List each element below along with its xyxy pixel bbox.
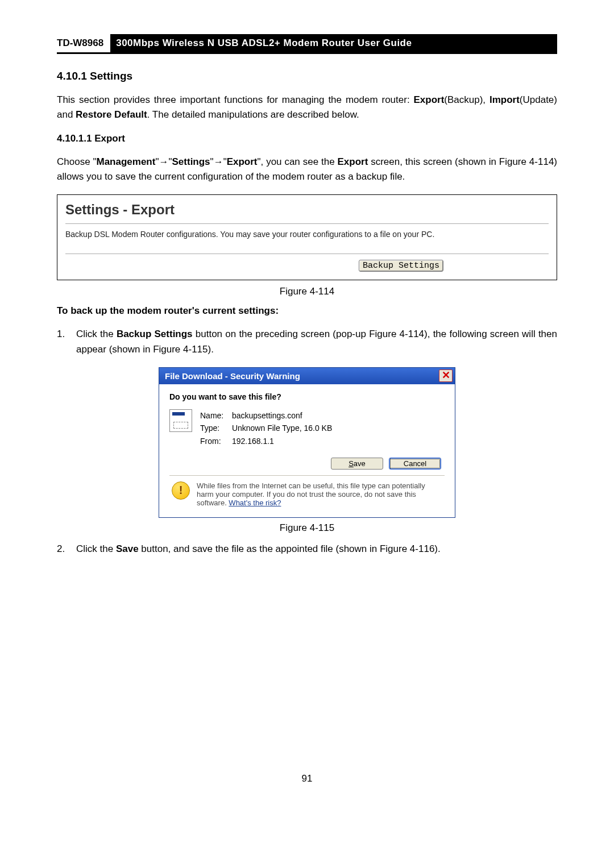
close-icon[interactable]: ✕ [439, 369, 453, 382]
dialog-titlebar: File Download - Security Warning ✕ [159, 368, 455, 384]
whats-the-risk-link[interactable]: What's the risk? [229, 499, 281, 507]
settings-export-panel: Settings - Export Backup DSL Modem Route… [57, 194, 557, 280]
step-1: 1. Click the Backup Settings button on t… [57, 327, 557, 357]
bold-save: Save [116, 543, 139, 554]
dialog-question: Do you want to save this file? [169, 392, 445, 401]
model-label: TD-W8968 [57, 34, 110, 52]
save-label: ave [354, 459, 366, 468]
from-value: 192.168.1.1 [232, 437, 274, 446]
intro-paragraph: This section provides three important fu… [57, 93, 557, 123]
text: Click the [76, 329, 117, 339]
steps-heading: To back up the modem router's current se… [57, 305, 557, 317]
save-button[interactable]: Save [331, 458, 383, 470]
type-value: Unknown File Type, 16.0 KB [232, 423, 332, 433]
text: button, and save the file as the appoint… [139, 543, 441, 554]
text: This section provides three important fu… [57, 94, 413, 105]
arrow-icon: → [214, 156, 223, 167]
export-paragraph: Choose "Management"→"Settings"→"Export",… [57, 155, 557, 185]
text: Click the [76, 543, 116, 554]
from-label: From: [200, 435, 230, 447]
breadcrumb-settings: Settings [172, 156, 210, 167]
bold-export: Export [413, 94, 444, 105]
dialog-title-text: File Download - Security Warning [165, 371, 300, 381]
name-label: Name: [200, 409, 230, 422]
bold-import: Import [489, 94, 520, 105]
section-heading: 4.10.1 Settings [57, 70, 557, 82]
figure-caption: Figure 4-115 [57, 522, 557, 534]
panel-title: Settings - Export [57, 195, 557, 223]
bold-restore: Restore Default [76, 109, 147, 120]
divider [169, 475, 445, 476]
divider [65, 223, 549, 224]
cancel-button[interactable]: Cancel [389, 458, 441, 470]
text: Choose " [57, 156, 97, 167]
page-number: 91 [57, 773, 557, 784]
backup-settings-button[interactable]: Backup Settings [359, 260, 443, 272]
file-metadata: Name: backupsettings.conf Type: Unknown … [200, 409, 332, 447]
bold-backup-settings: Backup Settings [117, 329, 193, 339]
doc-title: 300Mbps Wireless N USB ADSL2+ Modem Rout… [110, 34, 557, 52]
breadcrumb-export: Export [227, 156, 258, 167]
export-heading: 4.10.1.1 Export [57, 133, 557, 144]
figure-caption: Figure 4-114 [57, 286, 557, 297]
step-2: 2. Click the Save button, and save the f… [57, 542, 557, 556]
type-label: Type: [200, 422, 230, 434]
text: (Backup), [444, 94, 489, 105]
doc-header: TD-W8968 300Mbps Wireless N USB ADSL2+ M… [57, 34, 557, 54]
text: ", you can see the [258, 156, 338, 167]
file-download-dialog: File Download - Security Warning ✕ Do yo… [159, 367, 455, 518]
name-value: backupsettings.conf [232, 411, 302, 420]
warning-icon [172, 481, 190, 500]
divider [65, 254, 549, 254]
text: . The detailed manipulations are describ… [147, 109, 359, 120]
arrow-icon: → [159, 156, 168, 167]
bold-export-screen: Export [337, 156, 368, 167]
list-number: 1. [57, 327, 76, 357]
file-icon [169, 409, 192, 432]
panel-description: Backup DSL Modem Router configurations. … [57, 230, 557, 254]
warning-text: While files from the Internet can be use… [197, 481, 442, 507]
breadcrumb-management: Management [97, 156, 156, 167]
list-number: 2. [57, 542, 76, 556]
